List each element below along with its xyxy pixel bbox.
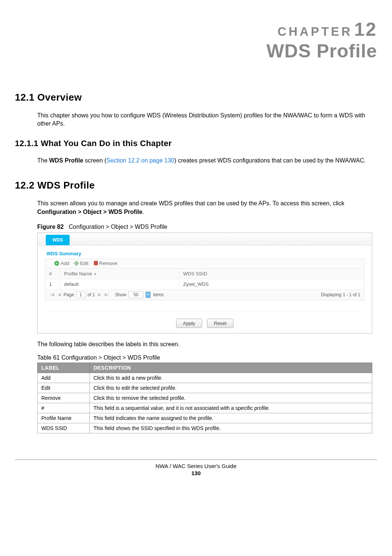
displaying-label: Displaying 1 - 1 of 1 [321, 292, 360, 297]
cell-desc: This field shows the SSID specified in t… [90, 423, 372, 433]
cell-wds-ssid: Zyxel_WDS [179, 279, 364, 289]
page-of: of 1 [87, 292, 95, 297]
table-header-row: LABEL DESCRIPTION [38, 363, 372, 373]
cell-desc: Click this to remove the selected profil… [90, 393, 372, 403]
page-input[interactable]: 1 [76, 291, 85, 298]
edit-label: Edit [80, 260, 88, 266]
section-12-1-1-body: The WDS Profile screen (Section 12.2 on … [37, 157, 377, 165]
col-header-label: Profile Name [64, 271, 92, 277]
pager-left: |◀ ◀ Page 1 of 1 ▶ ▶| Show 50▼ items [49, 291, 164, 298]
figure-caption-text: Configuration > Object > WDS Profile [68, 224, 167, 230]
footer-page-number: 130 [15, 470, 377, 476]
col-header-num[interactable]: # [45, 269, 60, 279]
chevron-down-icon[interactable]: ▼ [146, 291, 151, 298]
cell-label: Remove [38, 393, 90, 403]
chapter-header: CHAPTER 12 WDS Profile [15, 19, 377, 62]
text-bold: WDS Profile [49, 157, 83, 164]
figure-label: Figure 82 [37, 224, 64, 230]
text-fragment: The [37, 157, 49, 164]
cell-desc: Click this to add a new profile. [90, 373, 372, 383]
chapter-number: 12 [354, 19, 377, 40]
last-page-icon[interactable]: ▶| [104, 292, 109, 297]
table-row[interactable]: 1 default Zyxel_WDS [45, 279, 364, 290]
section-12-2-heading: 12.2 WDS Profile [15, 180, 377, 191]
cell-label: # [38, 403, 90, 413]
chapter-title: WDS Profile [15, 40, 377, 62]
next-page-icon[interactable]: ▶ [97, 292, 102, 297]
section-12-2-body: This screen allows you to manage and cre… [37, 199, 377, 216]
screenshot-panel: WDS WDS Summary Add Edit Remove # Profil… [37, 233, 372, 334]
remove-icon [94, 261, 98, 265]
text-fragment: screen ( [83, 157, 106, 164]
table-row: Add Click this to add a new profile. [38, 373, 372, 383]
text-fragment: ) creates preset WDS configurations that… [174, 157, 366, 164]
remove-button[interactable]: Remove [94, 260, 117, 266]
cell-profile-name: default [60, 279, 179, 289]
cell-label: Add [38, 373, 90, 383]
table-row: Remove Click this to remove the selected… [38, 393, 372, 403]
table-row: Profile Name This field indicates the na… [38, 413, 372, 423]
grid-header-row: # Profile Name ▲ WDS SSID [45, 269, 364, 279]
prev-page-icon[interactable]: ◀ [57, 292, 61, 297]
section-12-1-heading: 12.1 Overview [15, 92, 377, 103]
sort-ascending-icon: ▲ [93, 272, 97, 275]
remove-label: Remove [99, 260, 117, 266]
cell-label: Profile Name [38, 413, 90, 423]
footer-guide-title: NWA / WAC Series User's Guide [15, 463, 377, 469]
data-grid: # Profile Name ▲ WDS SSID 1 default Zyxe… [45, 269, 364, 300]
section-12-1-1-heading: 12.1.1 What You Can Do in this Chapter [15, 139, 377, 148]
add-icon [54, 261, 59, 266]
apply-button[interactable]: Apply [176, 319, 203, 328]
edit-icon [74, 260, 80, 266]
col-header-profile-name[interactable]: Profile Name ▲ [60, 269, 179, 279]
table-row: WDS SSID This field shows the SSID speci… [38, 423, 372, 433]
tab-wds[interactable]: WDS [46, 235, 70, 245]
cell-desc: This field is a sequential value, and it… [90, 403, 372, 413]
grid-toolbar: Add Edit Remove [45, 259, 364, 269]
th-description: DESCRIPTION [90, 363, 372, 373]
description-table: LABEL DESCRIPTION Add Click this to add … [37, 363, 372, 433]
items-label: items [153, 292, 164, 297]
panel-title: WDS Summary [38, 246, 372, 259]
cell-label: WDS SSID [38, 423, 90, 433]
table-caption: Table 61 Configuration > Object > WDS Pr… [37, 354, 377, 361]
reset-button[interactable]: Reset [207, 319, 234, 328]
figure-caption: Figure 82 Configuration > Object > WDS P… [37, 224, 377, 230]
page-footer: NWA / WAC Series User's Guide 130 [15, 459, 377, 476]
cell-desc: This field indicates the name assigned t… [90, 413, 372, 423]
table-intro-text: The following table describes the labels… [37, 341, 377, 348]
text-bold-path: Configuration > Object > WDS Profile [37, 209, 143, 215]
add-button[interactable]: Add [54, 260, 69, 266]
table-row: # This field is a sequential value, and … [38, 403, 372, 413]
add-label: Add [61, 260, 69, 266]
pager: |◀ ◀ Page 1 of 1 ▶ ▶| Show 50▼ items Dis… [45, 290, 364, 300]
first-page-icon[interactable]: |◀ [49, 292, 55, 297]
tab-bar: WDS [38, 233, 372, 246]
table-row: Edit Click this to edit the selected pro… [38, 383, 372, 393]
text-fragment: . [143, 209, 144, 215]
col-header-wds-ssid[interactable]: WDS SSID [179, 269, 364, 279]
page-size-select[interactable]: 50 [128, 291, 143, 298]
show-label: Show [115, 292, 126, 297]
cell-desc: Click this to edit the selected profile. [90, 383, 372, 393]
form-button-row: Apply Reset [45, 311, 364, 333]
text-fragment: This screen allows you to manage and cre… [37, 200, 344, 206]
cell-num: 1 [45, 279, 60, 289]
edit-button[interactable]: Edit [74, 260, 88, 266]
cell-label: Edit [38, 383, 90, 393]
th-label: LABEL [38, 363, 90, 373]
chapter-label: CHAPTER [277, 25, 353, 38]
cross-reference-link[interactable]: Section 12.2 on page 130 [106, 157, 174, 164]
page-label: Page [64, 292, 74, 297]
section-12-1-body: This chapter shows you how to configure … [37, 111, 377, 128]
